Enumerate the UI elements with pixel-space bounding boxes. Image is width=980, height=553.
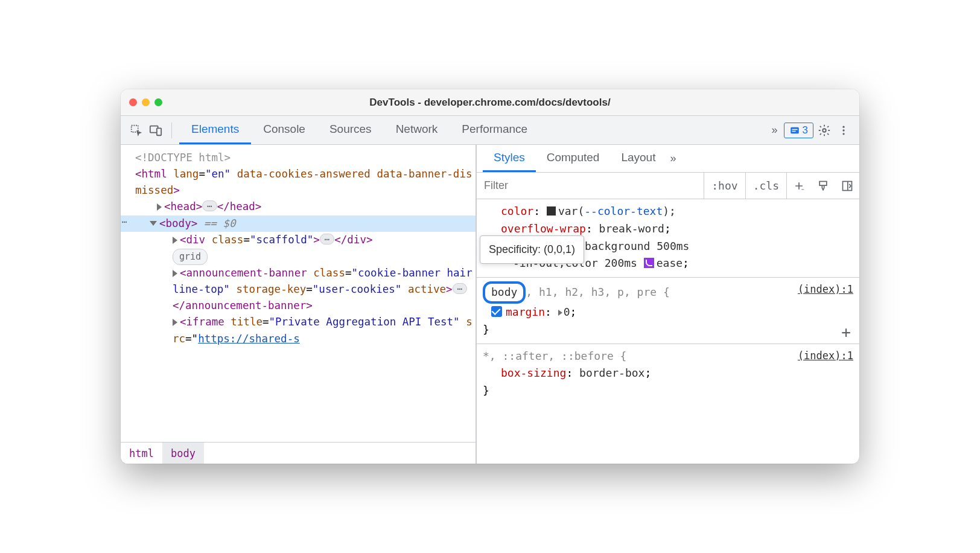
source-link[interactable]: (index):1 [798,281,853,298]
rule-universal[interactable]: (index):1 *, ::after, ::before { box-siz… [477,344,859,404]
zoom-window-button[interactable] [154,98,162,106]
settings-gear-icon[interactable] [816,122,833,139]
svg-point-6 [822,129,826,132]
easing-swatch-icon[interactable] [644,258,654,268]
svg-rect-4 [792,129,797,130]
computed-toggle-icon[interactable] [835,173,859,199]
svg-rect-2 [157,128,161,135]
tab-performance[interactable]: Performance [450,116,539,144]
dom-tree[interactable]: <!DOCTYPE html> <html lang="en" data-coo… [121,145,476,442]
add-prop-icon[interactable]: + [841,324,851,340]
device-toolbar-icon[interactable] [147,122,164,139]
svg-rect-10 [819,181,827,185]
iframe-element[interactable]: <iframe title="Private Aggregation API T… [127,314,476,347]
grid-badge[interactable]: grid [127,248,476,265]
svg-point-8 [842,129,844,131]
issues-badge[interactable]: 3 [784,123,813,138]
crumb-html[interactable]: html [121,443,162,464]
stab-computed[interactable]: Computed [536,145,611,172]
crumb-body[interactable]: body [162,443,204,464]
prop-enable-checkbox[interactable] [491,306,502,317]
styles-panel: Styles Computed Layout » :hov .cls [477,145,859,464]
kebab-menu-icon[interactable] [835,122,852,139]
inspect-element-icon[interactable] [128,122,145,139]
stab-layout[interactable]: Layout [610,145,666,172]
tab-console[interactable]: Console [251,116,317,144]
svg-point-9 [842,133,844,135]
css-rules: color: var(--color-text); overflow-wrap:… [477,199,859,464]
more-tabs-icon[interactable]: » [768,124,781,136]
main-toolbar: Elements Console Sources Network Perform… [121,116,859,145]
more-styles-tabs-icon[interactable]: » [666,145,679,172]
window-title: DevTools - developer.chrome.com/docs/dev… [121,97,859,109]
head-element[interactable]: <head>⋯</head> [127,199,476,215]
specificity-tooltip: Specificity: (0,0,1) [480,235,584,264]
tab-elements[interactable]: Elements [179,116,251,144]
tab-sources[interactable]: Sources [317,116,384,144]
new-style-rule-icon[interactable] [787,173,811,199]
separator [171,123,172,138]
breadcrumb: html body [121,442,476,464]
titlebar: DevTools - developer.chrome.com/docs/dev… [121,89,859,116]
hov-toggle[interactable]: :hov [704,173,745,199]
source-link[interactable]: (index):1 [798,348,853,364]
svg-rect-5 [792,130,795,132]
svg-rect-3 [791,127,799,133]
minimize-window-button[interactable] [142,98,150,106]
issues-count: 3 [803,124,808,136]
panel-tabs: Elements Console Sources Network Perform… [179,116,539,144]
doctype: <!DOCTYPE html> [135,152,231,164]
cls-toggle[interactable]: .cls [746,173,787,199]
dom-panel: <!DOCTYPE html> <html lang="en" data-coo… [121,145,477,464]
styles-tabs: Styles Computed Layout » [477,145,859,173]
styles-toolbar: :hov .cls [477,173,859,199]
svg-point-7 [842,126,844,127]
devtools-window: DevTools - developer.chrome.com/docs/dev… [121,89,859,464]
issues-icon [789,125,800,136]
paint-brush-icon[interactable] [811,173,835,199]
html-element[interactable]: <html lang="en" data-cookies-answered da… [127,166,476,199]
stab-styles[interactable]: Styles [483,145,536,172]
body-selector-highlight[interactable]: body [483,281,526,304]
traffic-lights [129,98,162,106]
close-window-button[interactable] [129,98,137,106]
announcement-banner[interactable]: <announcement-banner class="cookie-banne… [127,265,476,314]
styles-filter-input[interactable] [477,173,704,199]
rule-body-margin[interactable]: (index):1 body, h1, h2, h3, p, pre { mar… [477,278,859,344]
div-scaffold[interactable]: <div class="scaffold">⋯</div> [127,232,476,248]
content: <!DOCTYPE html> <html lang="en" data-coo… [121,145,859,464]
color-swatch-icon[interactable] [547,206,556,216]
tab-network[interactable]: Network [384,116,450,144]
body-element-selected[interactable]: ⋯<body> == $0 [121,216,476,232]
